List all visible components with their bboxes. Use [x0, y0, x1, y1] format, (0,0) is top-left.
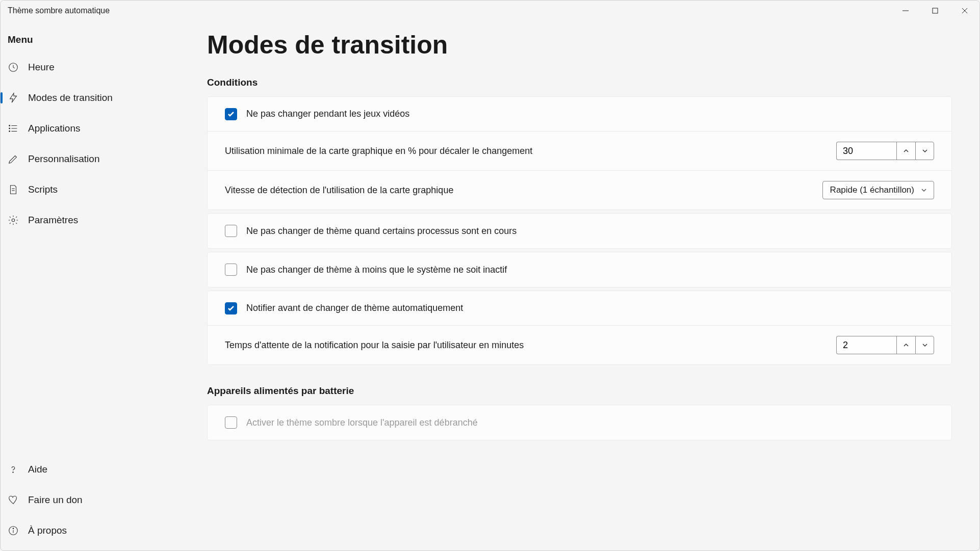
spinner-notify-wait: [836, 336, 934, 354]
sidebar-item-donate[interactable]: Faire un don: [1, 489, 207, 511]
svg-point-17: [13, 528, 13, 529]
sidebar-item-aide[interactable]: Aide: [1, 459, 207, 480]
lightning-icon: [8, 92, 19, 103]
section-title-conditions: Conditions: [207, 77, 952, 88]
card-notify: Notifier avant de changer de thème autom…: [207, 291, 952, 365]
sidebar-item-apropos[interactable]: À propos: [1, 520, 207, 541]
checkbox-games[interactable]: [225, 108, 237, 120]
sidebar: Menu Heure Modes de transition Applicati…: [1, 21, 207, 550]
sidebar-item-applications[interactable]: Applications: [1, 118, 207, 139]
maximize-button[interactable]: [920, 1, 950, 21]
label-idle: Ne pas changer de thème à moins que le s…: [246, 265, 934, 275]
spinner-gpu-percent: [836, 142, 934, 160]
card-games: Ne pas changer pendant les jeux vidéos U…: [207, 96, 952, 210]
spinner-down-button[interactable]: [915, 142, 934, 160]
label-notify: Notifier avant de changer de thème autom…: [246, 303, 934, 313]
label-battery-dark: Activer le thème sombre lorsque l'appare…: [246, 417, 934, 428]
chevron-up-icon: [903, 342, 909, 348]
spinner-up-button[interactable]: [896, 142, 915, 160]
sidebar-item-label: Applications: [28, 123, 80, 134]
sidebar-item-label: Aide: [28, 464, 47, 475]
svg-point-13: [12, 219, 15, 222]
main-content: Modes de transition Conditions Ne pas ch…: [207, 21, 979, 550]
label-gpu-speed: Vitesse de détection de l'utilisation de…: [225, 185, 813, 196]
spinner-up-button[interactable]: [896, 336, 915, 354]
gear-icon: [8, 215, 19, 226]
dropdown-gpu-speed-value: Rapide (1 échantillon): [830, 185, 914, 195]
sidebar-item-parametres[interactable]: Paramètres: [1, 209, 207, 231]
chevron-down-icon: [920, 187, 927, 194]
sidebar-item-scripts[interactable]: Scripts: [1, 179, 207, 200]
minimize-button[interactable]: [891, 1, 920, 21]
section-title-battery: Appareils alimentés par batterie: [207, 385, 952, 397]
svg-rect-1: [933, 8, 938, 13]
titlebar: Thème sombre automatique: [1, 1, 979, 21]
chevron-up-icon: [903, 148, 909, 154]
sidebar-item-label: Paramètres: [28, 215, 78, 226]
chevron-down-icon: [922, 342, 928, 348]
label-notify-wait: Temps d'attente de la notification pour …: [225, 340, 827, 351]
svg-point-14: [13, 472, 13, 473]
maximize-icon: [932, 7, 939, 14]
sidebar-item-label: Faire un don: [28, 494, 83, 506]
sidebar-item-heure[interactable]: Heure: [1, 57, 207, 78]
svg-point-5: [9, 125, 10, 126]
help-icon: [8, 464, 19, 475]
sidebar-item-label: À propos: [28, 525, 67, 536]
checkbox-process[interactable]: [225, 225, 237, 237]
input-notify-wait[interactable]: [836, 336, 896, 354]
label-games: Ne pas changer pendant les jeux vidéos: [246, 109, 934, 119]
checkbox-idle[interactable]: [225, 264, 237, 276]
page-title: Modes de transition: [207, 30, 952, 60]
heart-icon: [8, 494, 19, 506]
check-icon: [227, 110, 235, 118]
sidebar-item-label: Scripts: [28, 184, 58, 195]
svg-point-9: [9, 131, 10, 132]
list-icon: [8, 123, 19, 134]
sidebar-item-label: Modes de transition: [28, 92, 113, 103]
card-process: Ne pas changer de thème quand certains p…: [207, 213, 952, 249]
clock-icon: [8, 62, 19, 73]
input-gpu-percent[interactable]: [836, 142, 896, 160]
document-icon: [8, 184, 19, 195]
sidebar-item-personnalisation[interactable]: Personnalisation: [1, 148, 207, 170]
minimize-icon: [902, 7, 909, 14]
chevron-down-icon: [922, 148, 928, 154]
window-title: Thème sombre automatique: [8, 6, 110, 15]
close-button[interactable]: [950, 1, 979, 21]
sidebar-item-label: Personnalisation: [28, 153, 99, 165]
spinner-down-button[interactable]: [915, 336, 934, 354]
card-battery-dark: Activer le thème sombre lorsque l'appare…: [207, 405, 952, 440]
card-idle: Ne pas changer de thème à moins que le s…: [207, 252, 952, 287]
svg-point-7: [9, 128, 10, 129]
brush-icon: [8, 153, 19, 165]
check-icon: [227, 304, 235, 312]
close-icon: [961, 7, 968, 14]
window-controls: [891, 1, 979, 21]
sidebar-item-modes-transition[interactable]: Modes de transition: [1, 87, 207, 109]
label-process: Ne pas changer de thème quand certains p…: [246, 226, 934, 237]
checkbox-notify[interactable]: [225, 302, 237, 314]
sidebar-item-label: Heure: [28, 62, 55, 73]
checkbox-battery-dark[interactable]: [225, 416, 237, 429]
label-gpu-percent: Utilisation minimale de la carte graphiq…: [225, 146, 827, 156]
dropdown-gpu-speed[interactable]: Rapide (1 échantillon): [822, 181, 934, 199]
info-icon: [8, 525, 19, 536]
sidebar-menu-title: Menu: [1, 30, 207, 57]
